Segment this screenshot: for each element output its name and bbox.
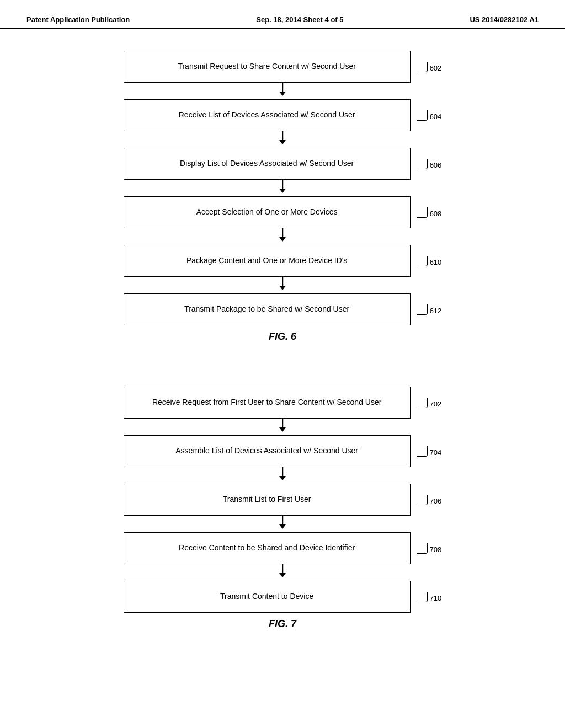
flow-arrow [139, 180, 426, 196]
flow-step-row: Assemble List of Devices Associated w/ S… [66, 435, 499, 467]
flow-step-row: Display List of Devices Associated w/ Se… [66, 148, 499, 180]
flow-step-row: Accept Selection of One or More Devices6… [66, 196, 499, 228]
flow-arrow [139, 131, 426, 148]
flow-arrow [139, 419, 426, 435]
flow-box: Package Content and One or More Device I… [124, 245, 411, 277]
flow-box: Transmit List to First User [124, 484, 411, 516]
flow-arrow [139, 564, 426, 581]
flow-box: Receive Content to be Shared and Device … [124, 532, 411, 564]
header-center: Sep. 18, 2014 Sheet 4 of 5 [256, 15, 343, 24]
flow-arrow [139, 516, 426, 532]
fig6-flowchart: Transmit Request to Share Content w/ Sec… [66, 51, 499, 365]
flow-step-row: Receive List of Devices Associated w/ Se… [66, 99, 499, 131]
flow-step-label: 612 [417, 304, 442, 315]
flow-box: Accept Selection of One or More Devices [124, 196, 411, 228]
flow-step-label: 604 [417, 110, 442, 121]
flow-step-row: Transmit Content to Device710 [66, 581, 499, 613]
flow-box: Transmit Request to Share Content w/ Sec… [124, 51, 411, 83]
flow-step-row: Transmit Package to be Shared w/ Second … [66, 293, 499, 325]
flow-step-row: Package Content and One or More Device I… [66, 245, 499, 277]
flow-step-row: Receive Request from First User to Share… [66, 387, 499, 419]
flow-step-row: Receive Content to be Shared and Device … [66, 532, 499, 564]
flow-arrow [139, 467, 426, 484]
flow-arrow [139, 228, 426, 245]
flow-arrow [139, 83, 426, 99]
flow-step-label: 602 [417, 62, 442, 72]
flow-step-label: 708 [417, 543, 442, 554]
flow-step-label: 606 [417, 159, 442, 169]
flow-step-row: Transmit List to First User706 [66, 484, 499, 516]
flow-step-label: 702 [417, 398, 442, 408]
fig7-flowchart: Receive Request from First User to Share… [66, 387, 499, 652]
flow-step-label: 610 [417, 256, 442, 266]
flow-step-label: 608 [417, 207, 442, 218]
figure-title: FIG. 7 [269, 618, 296, 630]
flow-box: Transmit Content to Device [124, 581, 411, 613]
flow-box: Receive List of Devices Associated w/ Se… [124, 99, 411, 131]
header-left: Patent Application Publication [26, 15, 130, 24]
flow-arrow [139, 277, 426, 293]
flow-box: Transmit Package to be Shared w/ Second … [124, 293, 411, 325]
page-header: Patent Application Publication Sep. 18, … [0, 0, 565, 29]
flow-step-label: 710 [417, 592, 442, 602]
main-content: Transmit Request to Share Content w/ Sec… [0, 29, 565, 674]
header-right: US 2014/0282102 A1 [470, 15, 539, 24]
flow-step-row: Transmit Request to Share Content w/ Sec… [66, 51, 499, 83]
flow-box: Display List of Devices Associated w/ Se… [124, 148, 411, 180]
page: Patent Application Publication Sep. 18, … [0, 0, 565, 674]
flow-box: Receive Request from First User to Share… [124, 387, 411, 419]
flow-step-label: 706 [417, 495, 442, 505]
flow-box: Assemble List of Devices Associated w/ S… [124, 435, 411, 467]
flow-step-label: 704 [417, 446, 442, 457]
figure-title: FIG. 6 [269, 331, 296, 342]
